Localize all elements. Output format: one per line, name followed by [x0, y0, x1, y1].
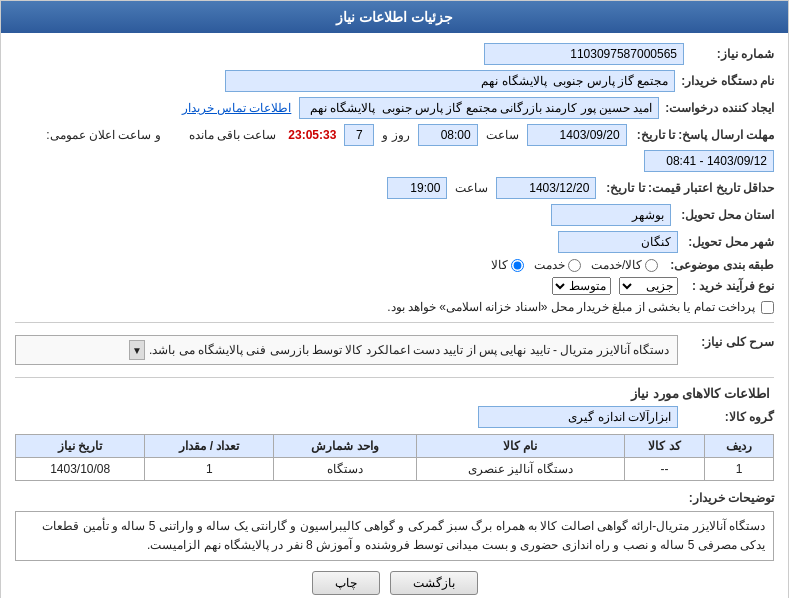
- col-radif: ردیف: [705, 435, 774, 458]
- shomare-niaz-label: شماره نیاز:: [684, 47, 774, 61]
- tarikh-label: و ساعت اعلان عمومی:: [46, 128, 160, 142]
- row-ostan: استان محل تحویل: document.currentScript.…: [15, 204, 774, 226]
- jadaval-saat-label: ساعت: [455, 181, 488, 195]
- jadaval-date-input[interactable]: [496, 177, 596, 199]
- chap-button[interactable]: چاپ: [312, 571, 380, 595]
- page-header: جزئیات اطلاعات نیاز: [1, 1, 788, 33]
- bazgasht-button[interactable]: بازگشت: [390, 571, 478, 595]
- row-sarh: سرح کلی نیاز: دستگاه آنالایزر متریال - ت…: [15, 331, 774, 369]
- divider-2: [15, 377, 774, 378]
- main-container: جزئیات اطلاعات نیاز شماره نیاز: document…: [0, 0, 789, 598]
- ijan-label: ایجاد کننده درخواست:: [659, 101, 774, 115]
- mohlat-countdown: 23:05:33: [288, 128, 336, 142]
- tarikh-input[interactable]: [644, 150, 774, 172]
- row-tabaghe: طبقه بندی موضوعی: کالا/خدمت خدمت کالا: [15, 258, 774, 272]
- row-noe: نوع فرآیند خرید : جزیی متوسط متوسط جزیی: [15, 277, 774, 295]
- ostan-label: استان محل تحویل:: [675, 208, 774, 222]
- noe-select-jadval[interactable]: جزیی متوسط: [619, 277, 678, 295]
- sarh-label: سرح کلی نیاز:: [684, 331, 774, 349]
- name-dastgah-label: نام دستگاه خریدار:: [675, 74, 774, 88]
- scroll-indicator[interactable]: ▼: [129, 340, 145, 360]
- sarh-box: دستگاه آنالایزر متریال - تایید نهایی پس …: [15, 335, 678, 365]
- tabaghe-radio-group: کالا/خدمت خدمت کالا: [491, 258, 658, 272]
- mohlat-roz-label: روز و: [382, 128, 409, 142]
- mohlat-label: مهلت ارسال پاسخ: تا تاریخ:: [631, 128, 774, 142]
- col-tedad: تعداد / مقدار: [145, 435, 274, 458]
- col-kod-kala: کد کالا: [624, 435, 704, 458]
- radio-kala-khadamat[interactable]: کالا/خدمت: [591, 258, 658, 272]
- pay-label: پرداخت تمام یا بخشی از مبلغ خریدار محل «…: [387, 300, 755, 314]
- mohlat-countdown-label: ساعت باقی مانده: [189, 128, 277, 142]
- mohlat-date-input[interactable]: [527, 124, 627, 146]
- pay-checkbox[interactable]: [761, 301, 774, 314]
- tozi-value: دستگاه آنالایزر متریال-ارائه گواهی اصالت…: [42, 519, 765, 552]
- radio-khadamat[interactable]: خدمت: [534, 258, 581, 272]
- col-name-kala: نام کالا: [416, 435, 624, 458]
- gorohe-kala-label: گروه کالا:: [684, 410, 774, 424]
- content-area: شماره نیاز: document.currentScript.previ…: [1, 33, 788, 598]
- shahr-label: شهر محل تحویل:: [682, 235, 774, 249]
- jadaval-saat-input[interactable]: [387, 177, 447, 199]
- shahr-input[interactable]: [558, 231, 678, 253]
- kala-table-container: ردیف کد کالا نام کالا واحد شمارش تعداد /…: [15, 434, 774, 481]
- row-jadaval: حداقل تاریخ اعتبار قیمت: تا تاریخ: docum…: [15, 177, 774, 199]
- noe-label: نوع فرآیند خرید :: [684, 279, 774, 293]
- jadaval-label: حداقل تاریخ اعتبار قیمت: تا تاریخ:: [600, 181, 774, 195]
- col-vahed: واحد شمارش: [274, 435, 416, 458]
- divider-1: [15, 322, 774, 323]
- row-name-dastgah: نام دستگاه خریدار: document.currentScrip…: [15, 70, 774, 92]
- sarh-value: دستگاه آنالایزر متریال - تایید نهایی پس …: [149, 343, 669, 357]
- row-shahr: شهر محل تحویل: document.currentScript.pr…: [15, 231, 774, 253]
- row-mohlat: مهلت ارسال پاسخ: تا تاریخ: document.curr…: [15, 124, 774, 172]
- shomare-niaz-input[interactable]: [484, 43, 684, 65]
- ettelaat-tamas-link[interactable]: اطلاعات تماس خریدار: [182, 101, 292, 115]
- table-row: 1--دستگاه آنالیز عنصریدستگاه11403/10/08: [16, 458, 774, 481]
- tabaghe-label: طبقه بندی موضوعی:: [664, 258, 774, 272]
- button-row: بازگشت چاپ: [15, 571, 774, 595]
- radio-kala[interactable]: کالا: [491, 258, 524, 272]
- row-ijan: ایجاد کننده درخواست: document.currentScr…: [15, 97, 774, 119]
- etelaat-kala-title: اطلاعات کالاهای مورد نیاز: [15, 386, 774, 401]
- gorohe-kala-input[interactable]: [478, 406, 678, 428]
- col-tarikh: تاریخ نیاز: [16, 435, 145, 458]
- page-title: جزئیات اطلاعات نیاز: [336, 9, 453, 25]
- tozi-label: توضیحات خریدار:: [683, 487, 774, 505]
- row-gorohe-kala: گروه کالا: document.currentScript.previo…: [15, 406, 774, 428]
- row-shomare-niaz: شماره نیاز: document.currentScript.previ…: [15, 43, 774, 65]
- kala-table: ردیف کد کالا نام کالا واحد شمارش تعداد /…: [15, 434, 774, 481]
- row-tozi: توضیحات خریدار: دستگاه آنالایزر متریال-ا…: [15, 487, 774, 561]
- noe-combo-group: جزیی متوسط متوسط جزیی: [552, 277, 678, 295]
- tozi-box: دستگاه آنالایزر متریال-ارائه گواهی اصالت…: [15, 511, 774, 561]
- ostan-input[interactable]: [551, 204, 671, 226]
- name-dastgah-input[interactable]: [225, 70, 675, 92]
- ijan-input[interactable]: [299, 97, 659, 119]
- mohlat-saat-label: ساعت: [486, 128, 519, 142]
- noe-select-motovaset[interactable]: متوسط جزیی: [552, 277, 611, 295]
- mohlat-roz-input[interactable]: [344, 124, 374, 146]
- mohlat-saat-input[interactable]: [418, 124, 478, 146]
- row-pay: پرداخت تمام یا بخشی از مبلغ خریدار محل «…: [15, 300, 774, 314]
